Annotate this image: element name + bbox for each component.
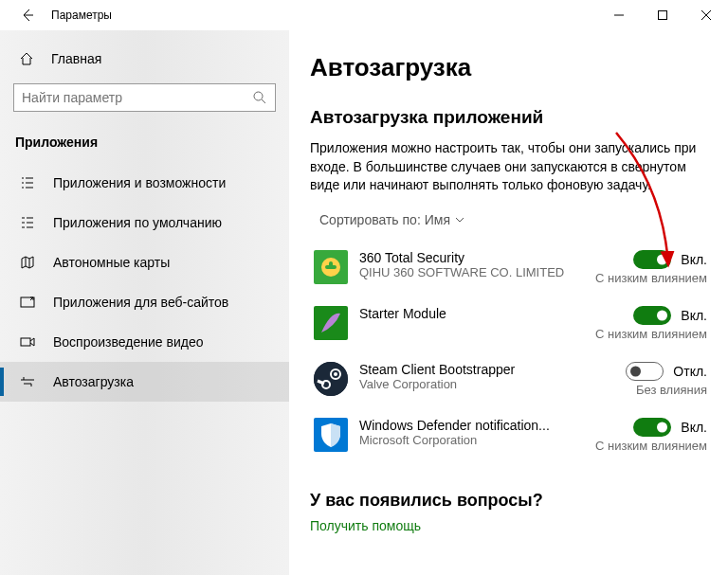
close-button[interactable] — [684, 0, 728, 30]
section-description: Приложения можно настроить так, чтобы он… — [310, 139, 711, 195]
app-name: Starter Module — [359, 306, 588, 321]
home-label: Главная — [51, 51, 101, 66]
defaults-icon — [19, 214, 36, 231]
nav-label: Автономные карты — [53, 255, 170, 270]
sidebar-item-offline-maps[interactable]: Автономные карты — [0, 243, 289, 282]
toggle-switch[interactable] — [633, 418, 671, 437]
search-field[interactable] — [22, 90, 252, 105]
sidebar: Главная Приложения Приложения и возможно… — [0, 30, 289, 575]
app-name: Steam Client Bootstrapper — [359, 362, 618, 377]
nav-label: Приложения для веб-сайтов — [53, 295, 228, 310]
svg-rect-6 — [325, 265, 337, 269]
app-name: 360 Total Security — [359, 250, 588, 265]
app-publisher: Microsoft Corporation — [359, 433, 588, 447]
sidebar-item-web-apps[interactable]: Приложения для веб-сайтов — [0, 282, 289, 322]
titlebar: Параметры — [0, 0, 728, 30]
toggle-state: Вкл. — [681, 420, 707, 435]
page-title: Автозагрузка — [310, 53, 711, 82]
startup-app-row: Steam Client Bootstrapper Valve Corporat… — [310, 354, 711, 410]
toggle-state: Вкл. — [681, 252, 707, 267]
help-section-title: У вас появились вопросы? — [310, 491, 711, 511]
maximize-button[interactable] — [641, 0, 684, 30]
home-button[interactable]: Главная — [0, 42, 289, 76]
sidebar-item-video-playback[interactable]: Воспроизведение видео — [0, 322, 289, 362]
nav-label: Автозагрузка — [53, 374, 134, 389]
startup-app-row: Starter Module Вкл. С низким влиянием — [310, 298, 711, 354]
svg-point-7 — [314, 362, 348, 396]
nav-label: Приложения по умолчанию — [53, 215, 222, 230]
chevron-down-icon — [454, 214, 465, 225]
app-icon-defender — [314, 418, 348, 452]
sidebar-section-header: Приложения — [0, 125, 289, 163]
app-icon-starter — [314, 306, 348, 340]
impact-label: С низким влиянием — [595, 439, 707, 453]
nav-label: Воспроизведение видео — [53, 334, 203, 350]
minimize-button[interactable] — [597, 0, 641, 30]
sort-dropdown[interactable]: Сортировать по: Имя — [310, 212, 711, 227]
startup-app-row: 360 Total Security QIHU 360 SOFTWARE CO.… — [310, 243, 711, 298]
impact-label: С низким влиянием — [595, 271, 707, 285]
app-icon-360 — [314, 250, 348, 284]
toggle-state: Вкл. — [681, 308, 707, 323]
home-icon — [19, 51, 36, 66]
svg-point-1 — [254, 92, 263, 100]
nav-label: Приложения и возможности — [53, 175, 226, 190]
app-publisher: Valve Corporation — [359, 377, 618, 391]
toggle-state: Откл. — [673, 364, 707, 379]
impact-label: Без влияния — [626, 383, 707, 397]
app-icon-steam — [314, 362, 348, 396]
svg-rect-3 — [21, 338, 30, 346]
search-input[interactable] — [13, 83, 276, 112]
app-name: Windows Defender notification... — [359, 418, 588, 433]
search-icon — [252, 90, 267, 105]
section-title: Автозагрузка приложений — [310, 107, 711, 128]
get-help-link[interactable]: Получить помощь — [310, 518, 711, 533]
sidebar-item-startup[interactable]: Автозагрузка — [0, 362, 289, 402]
map-icon — [19, 254, 36, 271]
svg-rect-0 — [659, 11, 667, 20]
svg-point-9 — [334, 372, 337, 376]
startup-icon — [19, 373, 36, 390]
back-button[interactable] — [13, 1, 42, 29]
video-icon — [19, 333, 36, 350]
sidebar-item-apps-features[interactable]: Приложения и возможности — [0, 163, 289, 203]
sort-label: Сортировать по: — [319, 212, 421, 227]
impact-label: С низким влиянием — [595, 327, 707, 341]
window-title: Параметры — [51, 9, 112, 22]
toggle-switch[interactable] — [633, 306, 671, 325]
sort-value: Имя — [425, 212, 450, 227]
startup-app-row: Windows Defender notification... Microso… — [310, 410, 711, 466]
main-pane: Автозагрузка Автозагрузка приложений При… — [289, 30, 728, 575]
web-apps-icon — [19, 294, 36, 311]
toggle-switch[interactable] — [626, 362, 664, 381]
toggle-switch[interactable] — [633, 250, 671, 269]
app-publisher: QIHU 360 SOFTWARE CO. LIMITED — [359, 265, 588, 279]
sidebar-item-default-apps[interactable]: Приложения по умолчанию — [0, 203, 289, 243]
list-icon — [19, 174, 36, 191]
